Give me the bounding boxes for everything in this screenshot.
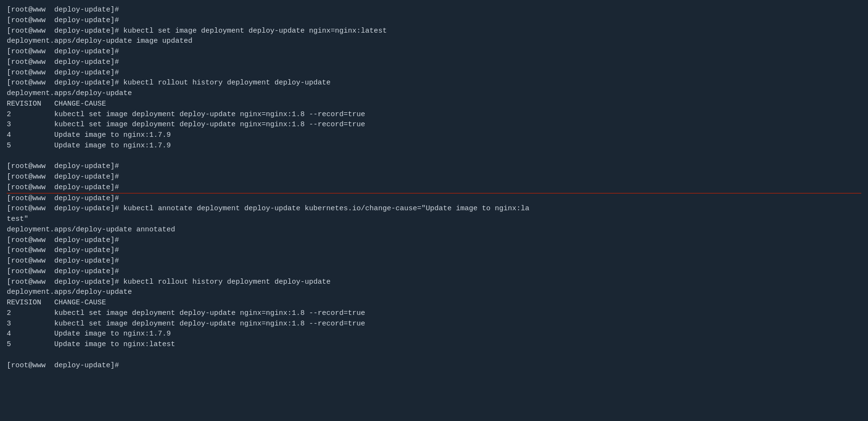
empty-line	[7, 350, 861, 361]
terminal-line: [root@www deploy-update]#	[7, 266, 861, 277]
terminal-line: [root@www deploy-update]#	[7, 161, 861, 172]
terminal: [root@www deploy-update]#[root@www deplo…	[7, 5, 861, 421]
terminal-line: deployment.apps/deploy-update annotated	[7, 225, 861, 235]
terminal-line: [root@www deploy-update]#	[7, 256, 861, 266]
terminal-line: deployment.apps/deploy-update	[7, 287, 861, 298]
empty-line	[7, 151, 861, 162]
terminal-line: 4 Update image to nginx:1.7.9	[7, 329, 861, 339]
terminal-line: [root@www deploy-update]#	[7, 47, 861, 57]
terminal-line: [root@www deploy-update]# kubectl set im…	[7, 26, 861, 36]
terminal-line: 3 kubectl set image deployment deploy-up…	[7, 319, 861, 329]
terminal-line: 2 kubectl set image deployment deploy-up…	[7, 109, 861, 120]
terminal-line: [root@www deploy-update]#	[7, 68, 861, 78]
terminal-line: [root@www deploy-update]#	[7, 245, 861, 256]
terminal-line: [root@www deploy-update]#	[7, 172, 861, 182]
terminal-line: REVISION CHANGE-CAUSE	[7, 298, 861, 308]
terminal-line: [root@www deploy-update]# kubectl rollou…	[7, 277, 861, 288]
terminal-line: [root@www deploy-update]#	[7, 235, 861, 246]
terminal-line: 3 kubectl set image deployment deploy-up…	[7, 120, 861, 130]
terminal-line: [root@www deploy-update]# kubectl annota…	[7, 204, 861, 214]
terminal-line: [root@www deploy-update]#	[7, 193, 861, 204]
terminal-line: test"	[7, 214, 861, 225]
terminal-line: REVISION CHANGE-CAUSE	[7, 99, 861, 109]
terminal-line: 5 Update image to nginx:latest	[7, 339, 861, 350]
terminal-line: [root@www deploy-update]# kubectl rollou…	[7, 78, 861, 88]
terminal-line: [root@www deploy-update]#	[7, 57, 861, 68]
terminal-line-redborder: [root@www deploy-update]#	[7, 182, 861, 193]
terminal-line: [root@www deploy-update]#	[7, 361, 861, 371]
terminal-line: [root@www deploy-update]#	[7, 5, 861, 15]
terminal-line: [root@www deploy-update]#	[7, 15, 861, 26]
terminal-line: deployment.apps/deploy-update	[7, 88, 861, 99]
terminal-line: deployment.apps/deploy-update image upda…	[7, 36, 861, 47]
terminal-line: 5 Update image to nginx:1.7.9	[7, 141, 861, 151]
terminal-line: 2 kubectl set image deployment deploy-up…	[7, 308, 861, 319]
terminal-line: 4 Update image to nginx:1.7.9	[7, 130, 861, 141]
